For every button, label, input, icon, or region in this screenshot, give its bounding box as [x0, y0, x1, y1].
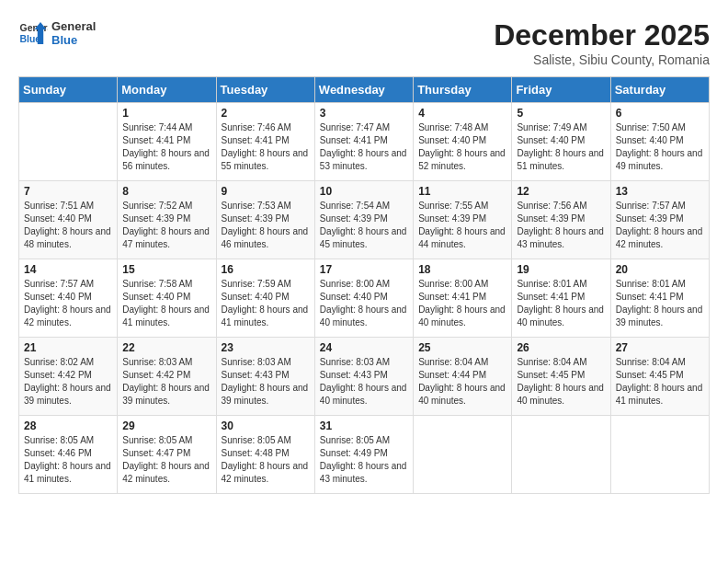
day-number: 16 [222, 263, 310, 276]
calendar-cell: 15Sunrise: 7:58 AMSunset: 4:40 PMDayligh… [118, 259, 216, 338]
day-number: 25 [418, 341, 506, 354]
calendar-week-2: 7Sunrise: 7:51 AMSunset: 4:40 PMDaylight… [19, 181, 710, 259]
location-subtitle: Saliste, Sibiu County, Romania [494, 52, 710, 67]
day-info: Sunrise: 7:54 AMSunset: 4:39 PMDaylight:… [320, 200, 408, 251]
header-friday: Friday [512, 77, 610, 103]
calendar-cell: 4Sunrise: 7:48 AMSunset: 4:40 PMDaylight… [414, 103, 512, 181]
day-number: 10 [320, 185, 408, 198]
calendar-week-4: 21Sunrise: 8:02 AMSunset: 4:42 PMDayligh… [19, 338, 710, 416]
day-info: Sunrise: 7:58 AMSunset: 4:40 PMDaylight:… [122, 278, 210, 329]
day-info: Sunrise: 7:59 AMSunset: 4:40 PMDaylight:… [222, 278, 310, 329]
day-number: 15 [122, 263, 210, 276]
calendar-cell: 18Sunrise: 8:00 AMSunset: 4:41 PMDayligh… [414, 259, 512, 338]
calendar-cell: 2Sunrise: 7:46 AMSunset: 4:41 PMDaylight… [216, 103, 314, 181]
day-info: Sunrise: 8:03 AMSunset: 4:43 PMDaylight:… [222, 356, 310, 408]
day-info: Sunrise: 8:01 AMSunset: 4:41 PMDaylight:… [517, 278, 605, 329]
day-info: Sunrise: 7:52 AMSunset: 4:39 PMDaylight:… [122, 200, 210, 251]
calendar-cell [19, 103, 118, 181]
calendar-cell: 20Sunrise: 8:01 AMSunset: 4:41 PMDayligh… [610, 259, 709, 338]
day-info: Sunrise: 8:00 AMSunset: 4:40 PMDaylight:… [320, 278, 408, 329]
calendar-cell: 29Sunrise: 8:05 AMSunset: 4:47 PMDayligh… [118, 416, 216, 494]
calendar-cell [414, 416, 512, 494]
calendar-cell: 6Sunrise: 7:50 AMSunset: 4:40 PMDaylight… [610, 103, 709, 181]
day-info: Sunrise: 7:56 AMSunset: 4:39 PMDaylight:… [517, 200, 605, 251]
calendar-cell: 14Sunrise: 7:57 AMSunset: 4:40 PMDayligh… [19, 259, 118, 338]
day-number: 14 [24, 263, 112, 276]
day-number: 20 [616, 263, 704, 276]
calendar-cell: 3Sunrise: 7:47 AMSunset: 4:41 PMDaylight… [314, 103, 413, 181]
logo-blue-text: Blue [51, 33, 96, 47]
calendar-cell: 26Sunrise: 8:04 AMSunset: 4:45 PMDayligh… [512, 338, 610, 416]
day-info: Sunrise: 7:53 AMSunset: 4:39 PMDaylight:… [222, 200, 310, 251]
day-info: Sunrise: 7:47 AMSunset: 4:41 PMDaylight:… [320, 121, 408, 173]
calendar-cell: 13Sunrise: 7:57 AMSunset: 4:39 PMDayligh… [610, 181, 709, 259]
day-info: Sunrise: 7:46 AMSunset: 4:41 PMDaylight:… [222, 121, 310, 173]
calendar-cell: 17Sunrise: 8:00 AMSunset: 4:40 PMDayligh… [314, 259, 413, 338]
calendar-week-5: 28Sunrise: 8:05 AMSunset: 4:46 PMDayligh… [19, 416, 710, 494]
calendar-cell: 25Sunrise: 8:04 AMSunset: 4:44 PMDayligh… [414, 338, 512, 416]
day-info: Sunrise: 7:49 AMSunset: 4:40 PMDaylight:… [517, 121, 605, 173]
day-number: 7 [24, 185, 112, 198]
calendar-cell: 16Sunrise: 7:59 AMSunset: 4:40 PMDayligh… [216, 259, 314, 338]
calendar-cell: 31Sunrise: 8:05 AMSunset: 4:49 PMDayligh… [314, 416, 413, 494]
day-number: 5 [517, 107, 605, 120]
calendar-cell: 19Sunrise: 8:01 AMSunset: 4:41 PMDayligh… [512, 259, 610, 338]
calendar-cell [610, 416, 709, 494]
day-info: Sunrise: 7:55 AMSunset: 4:39 PMDaylight:… [418, 200, 506, 251]
calendar-cell: 11Sunrise: 7:55 AMSunset: 4:39 PMDayligh… [414, 181, 512, 259]
header-tuesday: Tuesday [216, 77, 314, 103]
day-number: 26 [517, 341, 605, 354]
calendar-cell: 30Sunrise: 8:05 AMSunset: 4:48 PMDayligh… [216, 416, 314, 494]
day-number: 18 [418, 263, 506, 276]
day-number: 3 [320, 107, 408, 120]
day-number: 22 [122, 341, 210, 354]
day-number: 13 [616, 185, 704, 198]
day-number: 19 [517, 263, 605, 276]
calendar-cell: 22Sunrise: 8:03 AMSunset: 4:42 PMDayligh… [118, 338, 216, 416]
header-monday: Monday [118, 77, 216, 103]
day-number: 31 [320, 419, 408, 432]
day-info: Sunrise: 8:03 AMSunset: 4:42 PMDaylight:… [122, 356, 210, 408]
day-number: 24 [320, 341, 408, 354]
day-info: Sunrise: 7:44 AMSunset: 4:41 PMDaylight:… [122, 121, 210, 173]
day-info: Sunrise: 8:04 AMSunset: 4:45 PMDaylight:… [616, 356, 704, 408]
day-info: Sunrise: 8:05 AMSunset: 4:48 PMDaylight:… [222, 434, 310, 486]
day-number: 4 [418, 107, 506, 120]
calendar-cell: 12Sunrise: 7:56 AMSunset: 4:39 PMDayligh… [512, 181, 610, 259]
calendar-body: 1Sunrise: 7:44 AMSunset: 4:41 PMDaylight… [19, 103, 710, 494]
day-number: 9 [222, 185, 310, 198]
day-number: 6 [616, 107, 704, 120]
day-number: 30 [222, 419, 310, 432]
day-info: Sunrise: 8:02 AMSunset: 4:42 PMDaylight:… [24, 356, 112, 408]
day-number: 1 [122, 107, 210, 120]
page-header: General Blue General Blue December 2025 … [18, 18, 710, 67]
calendar-cell [512, 416, 610, 494]
day-number: 17 [320, 263, 408, 276]
header-saturday: Saturday [610, 77, 709, 103]
month-title: December 2025 [494, 18, 710, 52]
day-number: 12 [517, 185, 605, 198]
day-info: Sunrise: 8:03 AMSunset: 4:43 PMDaylight:… [320, 356, 408, 408]
day-number: 23 [222, 341, 310, 354]
calendar-cell: 7Sunrise: 7:51 AMSunset: 4:40 PMDaylight… [19, 181, 118, 259]
header-sunday: Sunday [19, 77, 118, 103]
calendar-cell: 9Sunrise: 7:53 AMSunset: 4:39 PMDaylight… [216, 181, 314, 259]
day-number: 8 [122, 185, 210, 198]
day-info: Sunrise: 8:05 AMSunset: 4:46 PMDaylight:… [24, 434, 112, 486]
day-info: Sunrise: 8:04 AMSunset: 4:44 PMDaylight:… [418, 356, 506, 408]
calendar-cell: 10Sunrise: 7:54 AMSunset: 4:39 PMDayligh… [314, 181, 413, 259]
calendar-cell: 21Sunrise: 8:02 AMSunset: 4:42 PMDayligh… [19, 338, 118, 416]
day-info: Sunrise: 8:04 AMSunset: 4:45 PMDaylight:… [517, 356, 605, 408]
calendar-week-1: 1Sunrise: 7:44 AMSunset: 4:41 PMDaylight… [19, 103, 710, 181]
day-info: Sunrise: 8:05 AMSunset: 4:47 PMDaylight:… [122, 434, 210, 486]
day-info: Sunrise: 8:00 AMSunset: 4:41 PMDaylight:… [418, 278, 506, 329]
day-info: Sunrise: 7:48 AMSunset: 4:40 PMDaylight:… [418, 121, 506, 173]
day-info: Sunrise: 8:05 AMSunset: 4:49 PMDaylight:… [320, 434, 408, 486]
day-number: 28 [24, 419, 112, 432]
calendar-week-3: 14Sunrise: 7:57 AMSunset: 4:40 PMDayligh… [19, 259, 710, 338]
title-block: December 2025 Saliste, Sibiu County, Rom… [494, 18, 710, 67]
day-number: 29 [122, 419, 210, 432]
header-wednesday: Wednesday [314, 77, 413, 103]
day-info: Sunrise: 7:57 AMSunset: 4:40 PMDaylight:… [24, 278, 112, 329]
day-info: Sunrise: 8:01 AMSunset: 4:41 PMDaylight:… [616, 278, 704, 329]
